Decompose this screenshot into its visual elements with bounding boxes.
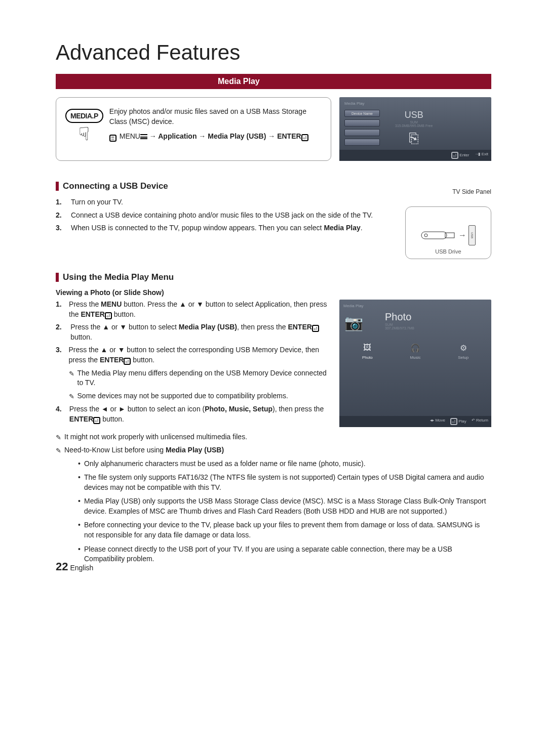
photo-menu-item: 🖼Photo [361,341,374,360]
note-icon: ✎ [69,369,74,388]
list-item: Only alphanumeric characters must be use… [78,459,491,469]
device-slot [344,129,380,136]
section-header-bar: Media Play [56,74,491,89]
tv-side-panel: → USB USB Drive [405,206,491,259]
page-language: English [70,564,93,572]
list-item: Please connect directly to the USB port … [78,544,491,564]
note-text: The Media Play menu differs depending on… [77,368,331,388]
menu-lines-icon [140,134,147,139]
usb-free: 315.0MB/995.0MB Free [395,124,433,128]
connecting-steps: 1.Turn on your TV. 2.Connect a USB devic… [56,197,397,233]
bar-enter: ⏎ Enter [451,152,469,159]
red-bar-icon [56,273,59,282]
note-icon: ✎ [69,392,74,401]
tv-usb-screen: Media Play Device Name USB SUM 315.0MB/9… [339,97,491,161]
bar-exit: →▮ Exit [474,152,488,159]
page-number: 22 [56,560,68,573]
list-item: Media Play (USB) only supports the USB M… [78,496,491,516]
enter-icon: ⏎ [93,417,100,424]
media-play-tag: Media Play [344,101,486,106]
device-slot [344,139,380,146]
usb-drive-label: USB Drive [435,248,461,255]
step-text: Press the ▲ or ▼ button to select the co… [69,345,331,401]
setup-menu-item: ⚙Setup [457,341,470,360]
device-slot: Device Name [344,110,380,117]
photo-icon: 🖼 [361,341,374,354]
gear-icon: ⚙ [457,341,470,354]
note-text: Some devices may not be supported due to… [77,391,288,401]
step-text: Press the MENU button. Press the ▲ or ▼ … [69,300,331,319]
intro-box: MEDIA.P ☟ Enjoy photos and/or music file… [56,97,331,161]
tv-photo-screen: Media Play 📷 Photo SUM 307.2MB/973.7MB 🖼… [339,300,491,427]
step-text: Turn on your TV. [71,197,123,207]
media-p-remote-button: MEDIA.P ☟ [65,109,103,145]
music-menu-item: 🎧Music [409,341,422,360]
note-text: It might not work properly with unlicens… [64,432,247,442]
camera-icon: 📷 [344,314,363,331]
enter-icon: ⏎ [124,358,131,365]
usb-drive-icon [421,228,456,243]
note-icon: ✎ [56,433,61,442]
note-icon: ✎ [56,446,61,455]
nav-path-menu: MENU [120,132,140,140]
intro-description: Enjoy photos and/or music files saved on… [109,107,322,127]
device-slot [344,119,380,127]
svg-point-2 [424,234,427,237]
step-text: Press the ▲ or ▼ button to select Media … [70,322,331,342]
usb-sum: SUM [395,120,433,124]
red-bar-icon [56,182,59,191]
usb-plug-icon: ⎘ [395,130,433,147]
page-footer: 22 English [56,560,93,573]
section-heading-connecting: Connecting a USB Device [56,181,491,191]
section-heading-text: Using the Media Play Menu [63,272,174,282]
usb-title: USB [395,110,433,120]
media-play-tag: Media Play [339,303,491,309]
bar-return: ↶ Return [472,418,488,425]
note-text: Need-to-Know List before using Media Pla… [64,445,224,455]
headphones-icon: 🎧 [409,341,422,354]
tv-side-panel-label: TV Side Panel [452,188,491,195]
page-title: Advanced Features [56,40,491,65]
step-text: Press the ◄ or ► button to select an ico… [69,404,331,424]
using-steps: 1.Press the MENU button. Press the ▲ or … [56,300,331,424]
enter-icon: ⏎ [312,325,319,332]
list-item: Before connecting your device to the TV,… [78,520,491,540]
enter-icon: ⏎ [105,312,112,319]
svg-rect-0 [421,232,447,239]
remote-menu-icon: ☰ [109,135,116,142]
viewing-subheading: Viewing a Photo (or Slide Show) [56,288,491,297]
hand-press-icon: ☟ [79,125,90,143]
bar-move: ◂▸ Move [430,418,445,425]
media-p-badge: MEDIA.P [65,109,103,123]
usb-port-icon: USB [468,225,476,245]
bar-play: ⏎ Play [450,418,466,425]
section-heading-text: Connecting a USB Device [63,181,168,191]
need-to-know-list: Only alphanumeric characters must be use… [56,459,491,564]
section-heading-using: Using the Media Play Menu [56,272,491,282]
step-text: When USB is connected to the TV, popup w… [71,223,363,233]
list-item: The file system only supports FAT16/32 (… [78,473,491,492]
enter-icon: ⏎ [301,134,308,141]
nav-path: → Application → Media Play (USB) → ENTER [147,132,301,140]
step-text: Connect a USB device containing photo an… [71,211,373,221]
